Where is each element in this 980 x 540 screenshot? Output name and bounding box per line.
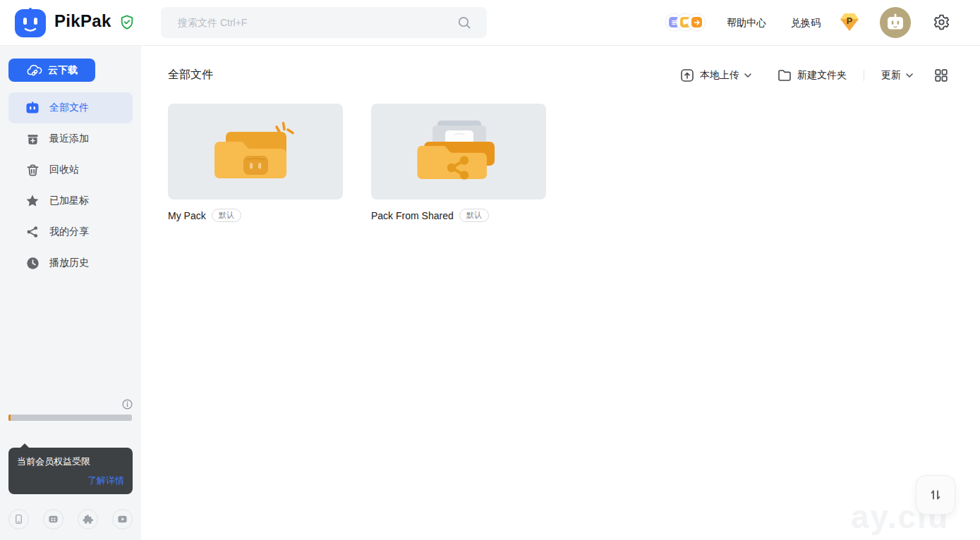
folder-meta: Pack From Shared 默认 xyxy=(371,209,546,222)
clock-history-icon xyxy=(25,256,40,270)
all-files-box-icon xyxy=(25,101,40,115)
sidebar: 云下载 全部文件 最近添加 xyxy=(0,46,141,540)
sidebar-item-recently-added[interactable]: 最近添加 xyxy=(8,123,133,154)
sidebar-nav: 全部文件 最近添加 回收站 xyxy=(8,92,133,278)
cloud-link-icon xyxy=(26,63,43,77)
upload-icon xyxy=(680,68,694,82)
puzzle-icon xyxy=(83,514,93,524)
local-upload-label: 本地上传 xyxy=(700,69,739,82)
search-icon[interactable] xyxy=(457,16,471,30)
sidebar-item-label: 已加星标 xyxy=(49,195,89,207)
sidebar-item-label: 回收站 xyxy=(49,164,79,176)
settings-gear-icon[interactable] xyxy=(933,13,950,31)
transfer-list-button[interactable] xyxy=(916,475,955,515)
default-badge: 默认 xyxy=(459,209,489,222)
trash-icon xyxy=(25,163,40,177)
folder-grid: My Pack 默认 xyxy=(168,104,546,222)
toolbar-divider xyxy=(864,70,864,81)
update-button[interactable]: 更新 xyxy=(881,69,914,82)
phone-icon xyxy=(13,514,24,524)
shared-folder-illustration-icon xyxy=(411,116,507,187)
grid-view-icon xyxy=(935,69,948,82)
new-folder-label: 新建文件夹 xyxy=(797,69,847,82)
folder-name: My Pack xyxy=(168,210,206,221)
redeem-code-link[interactable]: 兑换码 xyxy=(791,17,821,30)
sidebar-item-label: 播放历史 xyxy=(49,257,89,269)
local-upload-button[interactable]: 本地上传 xyxy=(680,68,752,82)
tv-grid-icon xyxy=(48,514,59,524)
folder-card-pack-from-shared[interactable]: Pack From Shared 默认 xyxy=(371,104,546,222)
top-header: PikPak 帮助中心 兑换码 P xyxy=(0,0,980,46)
brand-title: PikPak xyxy=(54,11,111,31)
main-content: 全部文件 本地上传 新建文件夹 更新 xyxy=(141,46,980,540)
membership-tooltip: 当前会员权益受限 了解详情 xyxy=(8,448,133,494)
folder-meta: My Pack 默认 xyxy=(168,209,343,222)
folder-thumbnail xyxy=(168,104,343,200)
storage-progress-bar xyxy=(8,415,132,421)
storage-progress-used xyxy=(8,415,11,421)
sidebar-item-starred[interactable]: 已加星标 xyxy=(8,185,133,216)
pikpak-logo-icon[interactable] xyxy=(15,8,46,37)
folder-card-my-pack[interactable]: My Pack 默认 xyxy=(168,104,343,222)
search-bar xyxy=(161,7,487,38)
membership-tooltip-text: 当前会员权益受限 xyxy=(17,456,124,467)
video-channel-button[interactable] xyxy=(112,509,133,529)
chevron-down-icon xyxy=(744,73,752,78)
cloud-download-button[interactable]: 云下载 xyxy=(8,59,95,82)
recently-added-icon xyxy=(25,132,40,146)
user-avatar[interactable] xyxy=(880,7,911,38)
invite-arrow-icon[interactable] xyxy=(689,14,705,30)
sidebar-item-label: 最近添加 xyxy=(49,133,89,145)
toolbar: 本地上传 新建文件夹 更新 xyxy=(680,66,948,85)
sidebar-item-label: 我的分享 xyxy=(49,226,89,238)
share-nodes-icon xyxy=(25,225,40,239)
help-center-link[interactable]: 帮助中心 xyxy=(727,17,766,30)
mobile-app-button[interactable] xyxy=(8,509,29,529)
update-label: 更新 xyxy=(881,69,901,82)
sidebar-item-my-shares[interactable]: 我的分享 xyxy=(8,216,133,247)
promo-icon-cluster xyxy=(666,14,705,30)
page-title: 全部文件 xyxy=(168,68,213,82)
premium-gem-icon[interactable]: P xyxy=(840,13,859,32)
default-badge: 默认 xyxy=(212,209,241,222)
folder-illustration-icon xyxy=(207,116,303,187)
folder-outline-icon xyxy=(778,69,792,82)
cloud-download-label: 云下载 xyxy=(48,64,78,77)
transfer-arrows-icon xyxy=(928,488,943,502)
sidebar-item-label: 全部文件 xyxy=(49,102,89,114)
play-video-icon xyxy=(117,514,128,524)
sidebar-item-play-history[interactable]: 播放历史 xyxy=(8,247,133,278)
new-folder-button[interactable]: 新建文件夹 xyxy=(778,69,847,82)
chevron-down-icon xyxy=(905,73,914,78)
platform-apps-row xyxy=(8,509,133,529)
security-shield-icon[interactable] xyxy=(119,14,135,30)
tv-app-button[interactable] xyxy=(43,509,63,529)
sidebar-item-all-files[interactable]: 全部文件 xyxy=(8,92,133,123)
grid-view-button[interactable] xyxy=(935,69,948,82)
folder-name: Pack From Shared xyxy=(371,210,454,221)
storage-info-icon[interactable] xyxy=(122,399,133,410)
sidebar-item-recycle-bin[interactable]: 回收站 xyxy=(8,154,133,185)
star-icon xyxy=(25,194,40,208)
browser-extension-button[interactable] xyxy=(78,509,98,529)
folder-thumbnail xyxy=(371,104,546,200)
learn-more-link[interactable]: 了解详情 xyxy=(17,474,124,487)
svg-text:P: P xyxy=(847,16,852,26)
search-input[interactable] xyxy=(161,17,457,28)
